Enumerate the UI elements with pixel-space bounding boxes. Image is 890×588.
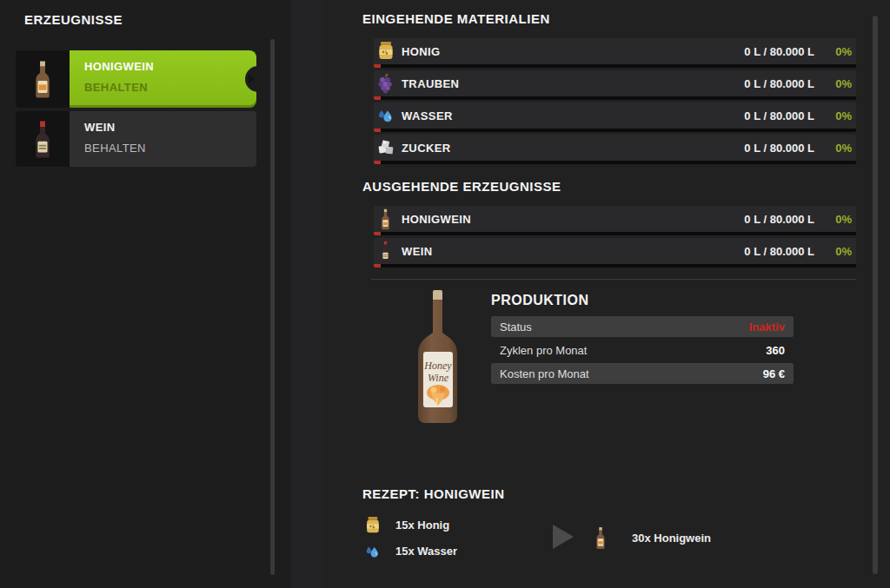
recipe-input-honig: 15x Honig bbox=[362, 514, 457, 536]
material-row-wasser: WASSER 0 L / 80.000 L 0% bbox=[374, 102, 856, 129]
sidebar-item-label: WEIN bbox=[84, 121, 256, 134]
material-amount: 0 L / 80.000 L bbox=[744, 142, 814, 155]
product-percent: 0% bbox=[814, 245, 856, 258]
sidebar-item-honigwein[interactable]: HONIGWEIN BEHALTEN bbox=[16, 50, 256, 108]
cycles-value: 360 bbox=[766, 344, 785, 357]
wine-bottle-icon bbox=[377, 241, 394, 262]
material-label: HONIG bbox=[402, 45, 441, 58]
recipe-input-label: 15x Honig bbox=[395, 519, 449, 532]
material-percent: 0% bbox=[814, 45, 856, 58]
costs-value: 96 € bbox=[763, 367, 785, 380]
material-row-trauben: TRAUBEN 0 L / 80.000 L 0% bbox=[374, 70, 856, 96]
status-value: Inaktiv bbox=[749, 320, 785, 334]
product-label: HONIGWEIN bbox=[402, 213, 471, 226]
panel-seam bbox=[291, 0, 324, 588]
sidebar-item-mode: BEHALTEN bbox=[84, 81, 256, 94]
material-amount: 0 L / 80.000 L bbox=[744, 109, 814, 122]
sidebar-scrollbar[interactable] bbox=[270, 39, 275, 575]
outgoing-products-list: HONIGWEIN 0 L / 80.000 L 0% WEIN 0 L / 8… bbox=[374, 206, 856, 270]
row-label: Kosten pro Monat bbox=[500, 367, 589, 380]
material-row-honig: HONIG 0 L / 80.000 L 0% bbox=[374, 38, 856, 64]
sidebar-item-body: WEIN BEHALTEN bbox=[70, 111, 256, 167]
sugar-icon bbox=[376, 137, 395, 158]
product-row-wein: WEIN 0 L / 80.000 L 0% bbox=[374, 238, 856, 264]
wine-bottle-icon bbox=[28, 120, 57, 159]
water-icon bbox=[364, 542, 381, 561]
production-screen: ERZEUGNISSE HONIGWEIN BEHALTEN WEIN BEHA… bbox=[0, 0, 890, 588]
production-title: PRODUKTION bbox=[491, 293, 589, 308]
outgoing-products-title: AUSGEHENDE ERZEUGNISSE bbox=[362, 179, 561, 194]
material-percent: 0% bbox=[814, 109, 856, 122]
production-row-cycles: Zyklen pro Monat 360 bbox=[491, 340, 794, 360]
honeywine-product-image: Honey Wine bbox=[400, 287, 475, 426]
product-amount: 0 L / 80.000 L bbox=[744, 213, 814, 226]
selected-arrow-icon bbox=[249, 75, 255, 83]
incoming-materials-title: EINGEHENDE MATERIALIEN bbox=[362, 11, 550, 26]
production-row-costs: Kosten pro Monat 96 € bbox=[491, 363, 794, 384]
recipe-input-label: 15x Wasser bbox=[395, 545, 457, 558]
product-row-honigwein: HONIGWEIN 0 L / 80.000 L 0% bbox=[374, 206, 856, 232]
material-percent: 0% bbox=[814, 142, 856, 155]
recipe-title: REZEPT: HONIGWEIN bbox=[362, 486, 505, 501]
material-label: WASSER bbox=[402, 109, 453, 122]
row-label: Zyklen pro Monat bbox=[500, 344, 587, 357]
material-percent: 0% bbox=[814, 77, 856, 90]
water-icon bbox=[376, 105, 395, 126]
recipe-input-wasser: 15x Wasser bbox=[362, 540, 457, 562]
recipe-arrow-icon bbox=[553, 525, 574, 549]
svg-text:Honey: Honey bbox=[423, 360, 452, 372]
sidebar-title: ERZEUGNISSE bbox=[24, 12, 123, 27]
wine-thumbnail-box bbox=[16, 111, 70, 167]
material-label: ZUCKER bbox=[402, 142, 451, 155]
honeywine-bottle-icon bbox=[377, 208, 394, 230]
material-label: TRAUBEN bbox=[402, 77, 459, 90]
product-percent: 0% bbox=[814, 213, 856, 226]
main-scrollbar[interactable] bbox=[873, 16, 878, 574]
honey-icon bbox=[376, 41, 395, 62]
recipe-inputs: 15x Honig 15x Wasser bbox=[362, 514, 457, 566]
sidebar-item-wein[interactable]: WEIN BEHALTEN bbox=[16, 111, 256, 167]
honeywine-thumbnail-box bbox=[16, 50, 70, 108]
grapes-icon bbox=[376, 73, 395, 94]
section-divider bbox=[371, 279, 856, 280]
recipe-output-label: 30x Honigwein bbox=[632, 532, 711, 545]
product-label: WEIN bbox=[402, 245, 433, 258]
recipe-output: 30x Honigwein bbox=[592, 525, 711, 551]
sidebar-item-label: HONIGWEIN bbox=[84, 60, 256, 73]
production-table: Status Inaktiv Zyklen pro Monat 360 Kost… bbox=[491, 316, 794, 386]
svg-text:Wine: Wine bbox=[428, 372, 449, 384]
production-row-status: Status Inaktiv bbox=[491, 316, 794, 337]
sidebar-item-mode: BEHALTEN bbox=[84, 142, 256, 155]
material-amount: 0 L / 80.000 L bbox=[744, 45, 814, 58]
honeywine-bottle-icon bbox=[28, 60, 57, 99]
incoming-materials-list: HONIG 0 L / 80.000 L 0% TRAUBEN 0 L / 80… bbox=[374, 38, 856, 167]
product-amount: 0 L / 80.000 L bbox=[744, 245, 814, 258]
sidebar-item-body: HONIGWEIN BEHALTEN bbox=[70, 50, 256, 108]
material-amount: 0 L / 80.000 L bbox=[744, 77, 814, 90]
material-row-zucker: ZUCKER 0 L / 80.000 L 0% bbox=[374, 135, 856, 161]
row-label: Status bbox=[500, 320, 532, 334]
honeywine-bottle-icon bbox=[592, 526, 609, 550]
honey-icon bbox=[364, 516, 381, 535]
